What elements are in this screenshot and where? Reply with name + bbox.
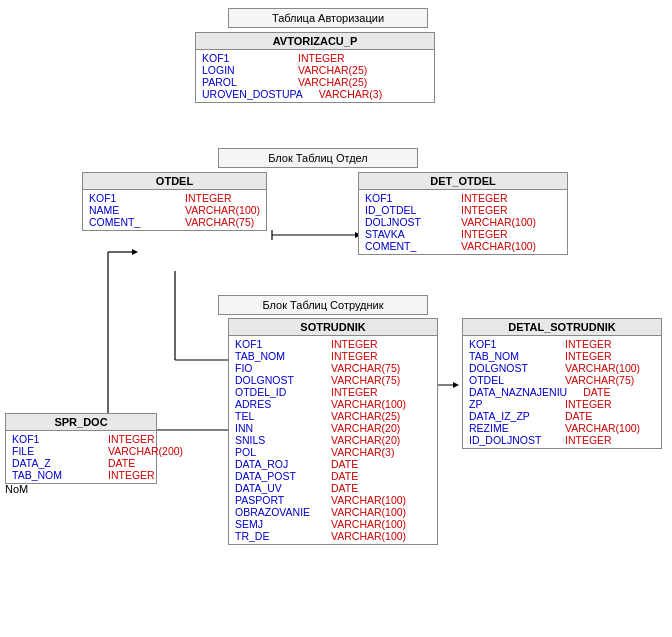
table-row: TR_DE VARCHAR(100) <box>233 530 433 542</box>
table-spr_doc-header: SPR_DOC <box>6 414 156 431</box>
table-det_otdel-body: KOF1 INTEGER ID_OTDEL INTEGER DOLJNOST V… <box>359 190 567 254</box>
table-row: UROVEN_DOSTUPA VARCHAR(3) <box>200 88 430 100</box>
table-spr_doc-body: KOF1 INTEGER FILE VARCHAR(200) DATA_Z DA… <box>6 431 156 483</box>
table-row: FIO VARCHAR(75) <box>233 362 433 374</box>
table-avtorizacu_p-header: AVTORIZACU_P <box>196 33 434 50</box>
table-row: DATA_UV DATE <box>233 482 433 494</box>
table-avtorizacu_p: AVTORIZACU_P KOF1 INTEGER LOGIN VARCHAR(… <box>195 32 435 103</box>
table-row: KOF1 INTEGER <box>233 338 433 350</box>
table-detal_sotrudnik: DETAL_SOTRUDNIK KOF1 INTEGER TAB_NOM INT… <box>462 318 662 449</box>
table-row: TEL VARCHAR(25) <box>233 410 433 422</box>
table-row: ID_DOLJNOST INTEGER <box>467 434 657 446</box>
table-row: ID_OTDEL INTEGER <box>363 204 563 216</box>
table-spr_doc: SPR_DOC KOF1 INTEGER FILE VARCHAR(200) D… <box>5 413 157 484</box>
table-row: DATA_ROJ DATE <box>233 458 433 470</box>
svg-marker-14 <box>132 249 138 255</box>
table-row: ZP INTEGER <box>467 398 657 410</box>
table-row: NAME VARCHAR(100) <box>87 204 262 216</box>
table-row: DATA_Z DATE <box>10 457 152 469</box>
table-row: SEMJ VARCHAR(100) <box>233 518 433 530</box>
table-row: REZIME VARCHAR(100) <box>467 422 657 434</box>
table-row: PASPORT VARCHAR(100) <box>233 494 433 506</box>
table-det_otdel-header: DET_OTDEL <box>359 173 567 190</box>
table-row: DATA_NAZNAJENIU DATE <box>467 386 657 398</box>
table-sotrudnik: SOTRUDNIK KOF1 INTEGER TAB_NOM INTEGER F… <box>228 318 438 545</box>
table-row: STAVKA INTEGER <box>363 228 563 240</box>
table-detal_sotrudnik-header: DETAL_SOTRUDNIK <box>463 319 661 336</box>
table-row: DOLGNOST VARCHAR(100) <box>467 362 657 374</box>
table-row: DOLGNOST VARCHAR(75) <box>233 374 433 386</box>
table-otdel-body: KOF1 INTEGER NAME VARCHAR(100) COMENT_ V… <box>83 190 266 230</box>
table-row: INN VARCHAR(20) <box>233 422 433 434</box>
auth-block-label: Таблица Авторизации <box>228 8 428 28</box>
table-row: TAB_NOM INTEGER <box>233 350 433 362</box>
sotrudnik-block-label: Блок Таблиц Сотрудник <box>218 295 428 315</box>
table-otdel-header: OTDEL <box>83 173 266 190</box>
table-row: SNILS VARCHAR(20) <box>233 434 433 446</box>
table-row: TAB_NOM INTEGER <box>467 350 657 362</box>
table-row: POL VARCHAR(3) <box>233 446 433 458</box>
otdel-block-label: Блок Таблиц Отдел <box>218 148 418 168</box>
table-row: PAROL VARCHAR(25) <box>200 76 430 88</box>
table-row: KOF1 INTEGER <box>363 192 563 204</box>
table-row: FILE VARCHAR(200) <box>10 445 152 457</box>
table-row: DATA_IZ_ZP DATE <box>467 410 657 422</box>
table-row: COMENT_ VARCHAR(75) <box>87 216 262 228</box>
table-avtorizacu_p-body: KOF1 INTEGER LOGIN VARCHAR(25) PAROL VAR… <box>196 50 434 102</box>
table-detal_sotrudnik-body: KOF1 INTEGER TAB_NOM INTEGER DOLGNOST VA… <box>463 336 661 448</box>
table-row: DOLJNOST VARCHAR(100) <box>363 216 563 228</box>
table-det_otdel: DET_OTDEL KOF1 INTEGER ID_OTDEL INTEGER … <box>358 172 568 255</box>
table-row: OBRAZOVANIE VARCHAR(100) <box>233 506 433 518</box>
table-row: OTDEL VARCHAR(75) <box>467 374 657 386</box>
table-row: TAB_NOM INTEGER <box>10 469 152 481</box>
nom-label: NoM <box>5 483 28 495</box>
table-row: COMENT_ VARCHAR(100) <box>363 240 563 252</box>
table-row: KOF1 INTEGER <box>87 192 262 204</box>
diagram: Таблица Авторизации AVTORIZACU_P KOF1 IN… <box>0 0 672 637</box>
table-otdel: OTDEL KOF1 INTEGER NAME VARCHAR(100) COM… <box>82 172 267 231</box>
table-row: OTDEL_ID INTEGER <box>233 386 433 398</box>
table-row: DATA_POST DATE <box>233 470 433 482</box>
svg-marker-7 <box>453 382 459 388</box>
table-row: ADRES VARCHAR(100) <box>233 398 433 410</box>
table-sotrudnik-body: KOF1 INTEGER TAB_NOM INTEGER FIO VARCHAR… <box>229 336 437 544</box>
table-row: KOF1 INTEGER <box>467 338 657 350</box>
table-row: KOF1 INTEGER <box>10 433 152 445</box>
table-sotrudnik-header: SOTRUDNIK <box>229 319 437 336</box>
table-row: KOF1 INTEGER <box>200 52 430 64</box>
table-row: LOGIN VARCHAR(25) <box>200 64 430 76</box>
